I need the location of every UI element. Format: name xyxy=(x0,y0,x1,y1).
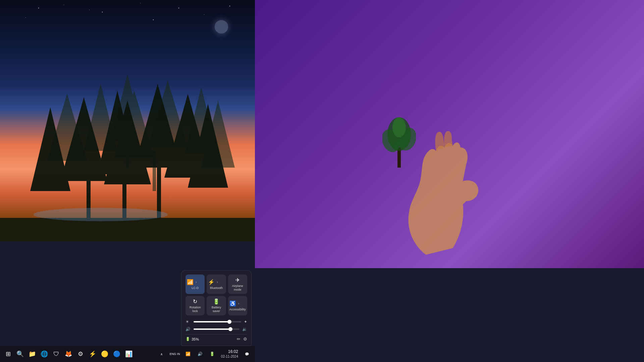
taskbar-app-file-explorer[interactable]: 📁 xyxy=(27,349,38,359)
accessibility-button[interactable]: ♿ › Accessibility xyxy=(228,296,247,315)
wifi-button[interactable]: 📶 › LC-D xyxy=(185,275,205,294)
volume-slider[interactable] xyxy=(194,328,239,330)
taskbar: ⊞ 🔍 📁 🌐 🛡 🦊 ⚙ ⚡ 🟡 🔵 📊 xyxy=(0,346,255,362)
clock-date: 02-11-2024 xyxy=(221,354,238,359)
bluetooth-button[interactable]: ⚡ › Bluetooth xyxy=(207,275,226,294)
taskbar-app-settings[interactable]: ⚙ xyxy=(75,349,86,359)
taskbar-wifi-icon[interactable]: 📶 xyxy=(183,349,194,359)
taskbar-app-1[interactable]: ⚡ xyxy=(87,349,98,359)
svg-point-20 xyxy=(34,208,168,221)
search-icon: 🔍 xyxy=(16,350,24,358)
brightness-end-icon: ✦ xyxy=(244,319,247,324)
wifi-label: LC-D xyxy=(192,286,199,290)
taskbar-app-browser[interactable]: 🌐 xyxy=(39,349,50,359)
quick-actions-grid: 📶 › LC-D ⚡ › Bluetooth ✈ Airplane mode ↻… xyxy=(185,275,247,315)
desktop-background xyxy=(0,0,255,241)
tree-silhouettes xyxy=(0,74,255,241)
accessibility-expand-icon[interactable]: › xyxy=(237,302,240,305)
taskbar-app-4[interactable]: 📊 xyxy=(123,349,134,359)
start-button[interactable]: ⊞ xyxy=(3,349,13,359)
antivirus-icon: 🛡 xyxy=(53,351,59,358)
moon-decoration xyxy=(215,20,228,34)
brightness-icon: ☀ xyxy=(185,319,191,324)
airplane-icon: ✈ xyxy=(235,278,240,283)
bluetooth-icon: ⚡ xyxy=(208,280,215,285)
clock-time: 16:02 xyxy=(221,349,238,355)
bluetooth-expand-icon[interactable]: › xyxy=(216,280,218,284)
taskbar-battery-icon[interactable]: 🔋 xyxy=(207,349,218,359)
taskbar-clock[interactable]: 16:02 02-11-2024 xyxy=(219,349,240,359)
notification-button[interactable]: 💬 xyxy=(241,349,252,359)
taskbar-app-antivirus[interactable]: 🛡 xyxy=(51,349,62,359)
system-tray-expand[interactable]: ∧ xyxy=(156,349,167,359)
wifi-expand-icon[interactable]: › xyxy=(195,280,197,284)
volume-fill xyxy=(194,328,230,330)
language-indicator[interactable]: ENG IN xyxy=(168,349,181,359)
search-button[interactable]: 🔍 xyxy=(15,349,25,359)
action-center-panel: 📶 › LC-D ⚡ › Bluetooth ✈ Airplane mode ↻… xyxy=(181,270,252,346)
settings-icon[interactable]: ⚙ xyxy=(243,337,247,342)
battery-saver-icon: 🔋 xyxy=(213,299,220,304)
accessibility-label: Accessibility xyxy=(229,308,246,311)
browser-icon: 🌐 xyxy=(41,350,48,358)
battery-saver-button[interactable]: 🔋 Battery saver xyxy=(207,296,226,315)
file-explorer-icon: 📁 xyxy=(29,350,36,358)
rotation-label: Rotation lock xyxy=(187,306,203,313)
app4-icon: 📊 xyxy=(125,350,132,358)
battery-icon: 🔋 xyxy=(185,337,190,341)
time-date-display: 16:02 02-11-2024 xyxy=(221,349,238,359)
accessibility-icon: ♿ xyxy=(229,301,236,306)
battery-info: 🔋 35% xyxy=(185,337,199,341)
taskbar-left: ⊞ 🔍 📁 🌐 🛡 🦊 ⚙ ⚡ 🟡 🔵 📊 xyxy=(3,349,134,359)
wifi-icon: 📶 xyxy=(187,280,194,285)
volume-thumb[interactable] xyxy=(228,327,232,331)
settings-taskbar-icon: ⚙ xyxy=(78,350,83,358)
svg-rect-19 xyxy=(0,218,255,241)
taskbar-app-3[interactable]: 🔵 xyxy=(111,349,122,359)
firefox-icon: 🦊 xyxy=(65,350,72,358)
ac-actions: ✏ ⚙ xyxy=(237,337,247,342)
app2-icon: 🟡 xyxy=(101,350,108,358)
action-center-bottom: 🔋 35% ✏ ⚙ xyxy=(185,334,247,342)
language-text: ENG IN xyxy=(170,352,180,356)
brightness-slider-row: ☀ ✦ xyxy=(185,319,247,324)
hand-overlay xyxy=(399,127,493,255)
start-icon: ⊞ xyxy=(6,350,11,358)
volume-icon: 🔊 xyxy=(185,327,191,331)
volume-end-icon: 🔉 xyxy=(242,327,247,331)
battery-percent: 35% xyxy=(192,337,199,341)
taskbar-app-firefox[interactable]: 🦊 xyxy=(63,349,74,359)
taskbar-sound-icon[interactable]: 🔊 xyxy=(195,349,206,359)
airplane-mode-button[interactable]: ✈ Airplane mode xyxy=(228,275,247,294)
taskbar-right: ∧ ENG IN 📶 🔊 🔋 16:02 02-11-2024 💬 xyxy=(156,349,252,359)
app3-icon: 🔵 xyxy=(113,350,120,358)
battery-saver-label: Battery saver xyxy=(208,306,224,313)
app1-icon: ⚡ xyxy=(89,350,96,358)
rotation-icon: ↻ xyxy=(193,299,197,304)
edit-icon[interactable]: ✏ xyxy=(237,337,240,342)
brightness-slider[interactable] xyxy=(194,321,241,322)
volume-slider-row: 🔊 🔉 xyxy=(185,327,247,331)
airplane-label: Airplane mode xyxy=(229,284,246,292)
bluetooth-label: Bluetooth xyxy=(210,286,223,290)
brightness-fill xyxy=(194,321,229,322)
brightness-thumb[interactable] xyxy=(227,320,231,324)
taskbar-app-2[interactable]: 🟡 xyxy=(99,349,110,359)
rotation-lock-button[interactable]: ↻ Rotation lock xyxy=(185,296,205,315)
